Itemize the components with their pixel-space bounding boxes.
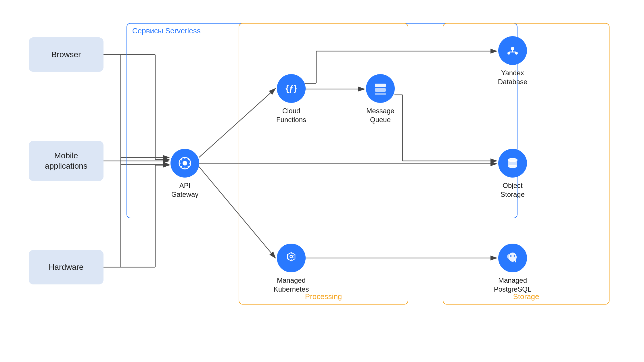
yandex-database-icon xyxy=(498,36,527,65)
managed-kubernetes-node: Managed Kubernetes xyxy=(275,244,307,294)
message-queue-node: Message Queue xyxy=(365,74,396,124)
object-storage-label: Object Storage xyxy=(501,181,525,199)
serverless-label: Сервисы Serverless xyxy=(132,26,201,35)
object-storage-node: Object Storage xyxy=(497,149,528,199)
managed-kubernetes-label: Managed Kubernetes xyxy=(274,276,309,294)
yandex-database-label: Yandex Database xyxy=(498,68,528,86)
cloud-functions-label: Cloud Functions xyxy=(276,106,306,124)
svg-point-56 xyxy=(507,254,510,259)
message-queue-label: Message Queue xyxy=(366,106,394,124)
svg-line-51 xyxy=(293,255,294,255)
hardware-box: Hardware xyxy=(29,250,103,284)
svg-point-46 xyxy=(290,256,292,257)
svg-line-49 xyxy=(288,255,289,255)
hardware-label: Hardware xyxy=(49,262,83,272)
cloud-functions-icon: {ƒ} xyxy=(277,74,306,103)
diagram-container: Сервисы Serverless Processing Storage Br… xyxy=(0,0,644,362)
api-gateway-label: API Gateway xyxy=(169,181,201,199)
browser-label: Browser xyxy=(51,49,81,60)
svg-rect-28 xyxy=(375,84,386,87)
api-gateway-node: API Gateway xyxy=(169,149,201,199)
svg-point-54 xyxy=(510,255,512,257)
mobile-label: Mobile applications xyxy=(45,151,87,172)
processing-box: Processing xyxy=(239,23,408,305)
svg-rect-29 xyxy=(375,88,386,92)
cloud-functions-node: {ƒ} Cloud Functions xyxy=(275,74,307,124)
svg-point-31 xyxy=(511,47,514,50)
svg-point-55 xyxy=(514,255,515,257)
api-gateway-icon xyxy=(170,149,199,178)
svg-line-50 xyxy=(293,258,294,258)
mobile-box: Mobile applications xyxy=(29,141,103,181)
processing-label: Processing xyxy=(305,292,342,301)
svg-rect-30 xyxy=(375,93,386,95)
svg-point-41 xyxy=(508,165,517,168)
svg-line-52 xyxy=(288,258,289,258)
managed-postgresql-icon xyxy=(498,244,527,272)
browser-box: Browser xyxy=(29,37,103,72)
managed-postgresql-node: Managed PostgreSQL xyxy=(497,244,528,294)
object-storage-icon xyxy=(498,149,527,178)
yandex-database-node: Yandex Database xyxy=(497,36,528,86)
managed-kubernetes-icon xyxy=(277,244,306,272)
svg-text:{ƒ}: {ƒ} xyxy=(285,83,297,93)
svg-point-26 xyxy=(183,161,187,165)
message-queue-icon xyxy=(366,74,395,103)
managed-postgresql-label: Managed PostgreSQL xyxy=(494,276,532,294)
